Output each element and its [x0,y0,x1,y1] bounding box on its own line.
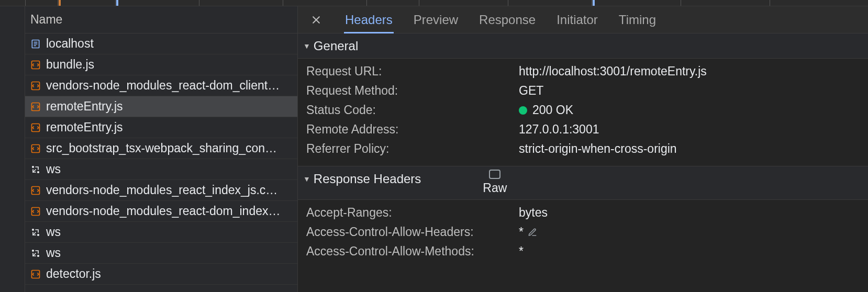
status-dot-icon [519,106,527,115]
tab-headers[interactable]: Headers [335,6,403,33]
kv-value-text: GET [519,84,543,98]
kv-value: * [519,244,524,259]
request-row[interactable]: remoteEntry.js [25,117,297,138]
general-row: Status Code:200 OK [298,100,868,120]
request-row-label: ws [46,162,297,176]
response-header-row: Accept-Ranges:bytes [298,203,868,222]
kv-value: 127.0.0.1:3001 [519,122,599,137]
svg-point-13 [32,229,34,230]
svg-point-14 [38,234,39,235]
script-icon [30,102,41,112]
request-row[interactable]: vendors-node_modules_react_index_js.c… [25,180,297,201]
script-icon [30,122,41,133]
response-header-row: Access-Control-Allow-Headers:* [298,222,868,242]
kv-key: Access-Control-Allow-Headers: [306,225,519,239]
svg-point-10 [38,171,39,173]
request-row-label: detector.js [46,267,297,281]
raw-label: Raw [483,181,507,195]
kv-value: http://localhost:3001/remoteEntry.js [519,64,707,78]
close-icon[interactable] [307,11,325,29]
request-row[interactable]: detector.js [25,264,297,285]
kv-key: Request Method: [306,84,519,98]
request-row-label: ws [46,246,297,260]
request-row-label: vendors-node_modules_react-dom_index… [46,204,297,218]
request-row-label: vendors-node_modules_react-dom_client… [46,78,297,93]
tab-preview[interactable]: Preview [403,6,469,33]
general-section-title: General [314,39,358,53]
svg-point-16 [38,255,39,256]
kv-value-text: * [519,225,524,239]
general-row: Referrer Policy:strict-origin-when-cross… [298,139,868,159]
request-row-label: remoteEntry.js [46,120,297,134]
svg-point-15 [32,250,34,251]
kv-value-text: * [519,244,524,259]
script-icon [30,143,41,154]
response-headers-title: Response Headers [314,172,421,186]
request-row-label: remoteEntry.js [46,99,297,114]
request-row[interactable]: ws [25,159,297,180]
general-row: Request URL:http://localhost:3001/remote… [298,62,868,81]
request-row-label: vendors-node_modules_react_index_js.c… [46,183,297,197]
request-row[interactable]: localhost [25,33,297,54]
request-row[interactable]: ws [25,222,297,243]
general-section-header[interactable]: ▼ General [298,33,868,59]
chevron-down-icon: ▼ [303,175,310,183]
tab-response[interactable]: Response [469,6,546,33]
kv-key: Access-Control-Allow-Methods: [306,244,519,259]
websocket-icon [30,164,41,175]
request-row-label: src_bootstrap_tsx-webpack_sharing_con… [46,141,297,155]
kv-value-text: strict-origin-when-cross-origin [519,142,677,156]
script-icon [30,269,41,279]
kv-key: Request URL: [306,64,519,78]
kv-value-text: 200 OK [532,103,573,117]
document-icon [30,39,41,49]
script-icon [30,81,41,91]
kv-value-text: bytes [519,206,548,220]
kv-value: strict-origin-when-cross-origin [519,142,677,156]
request-row[interactable]: ws [25,243,297,264]
request-row[interactable]: vendors-node_modules_react-dom_index… [25,201,297,222]
request-row[interactable]: bundle.js [25,54,297,75]
tab-initiator[interactable]: Initiator [546,6,608,33]
kv-value-text: 127.0.0.1:3001 [519,122,599,137]
websocket-icon [30,227,41,238]
kv-key: Remote Address: [306,122,519,137]
general-row: Request Method:GET [298,81,868,100]
edit-icon[interactable] [528,228,537,237]
request-row[interactable]: remoteEntry.js [25,96,297,117]
kv-value: GET [519,84,543,98]
name-column-label: Name [30,13,62,27]
request-row-label: ws [46,225,297,239]
kv-value: 200 OK [519,103,573,117]
timeline-overview[interactable] [0,0,868,6]
kv-key: Referrer Policy: [306,142,519,156]
chevron-down-icon: ▼ [303,42,310,50]
svg-point-9 [32,166,34,167]
detail-tabs: HeadersPreviewResponseInitiatorTiming [298,6,868,33]
name-column-header[interactable]: Name [25,6,297,33]
response-header-row: Access-Control-Allow-Methods:* [298,242,868,261]
left-gutter [0,6,25,292]
general-row: Remote Address:127.0.0.1:3001 [298,120,868,139]
script-icon [30,185,41,196]
request-row[interactable]: vendors-node_modules_react-dom_client… [25,75,297,96]
raw-checkbox[interactable] [489,170,500,179]
response-headers-section-header[interactable]: ▼ Response Headers [303,166,421,192]
script-icon [30,206,41,217]
tab-timing[interactable]: Timing [608,6,666,33]
request-name-panel: Name localhostbundle.jsvendors-node_modu… [25,6,298,292]
request-row-label: localhost [46,37,297,51]
websocket-icon [30,248,41,259]
request-row[interactable]: src_bootstrap_tsx-webpack_sharing_con… [25,138,297,159]
kv-value: bytes [519,206,548,220]
request-row-label: bundle.js [46,58,297,72]
kv-value: * [519,225,537,239]
detail-panel: HeadersPreviewResponseInitiatorTiming ▼ … [298,6,868,292]
kv-key: Status Code: [306,103,519,117]
kv-value-text: http://localhost:3001/remoteEntry.js [519,64,707,78]
kv-key: Accept-Ranges: [306,206,519,220]
script-icon [30,60,41,70]
